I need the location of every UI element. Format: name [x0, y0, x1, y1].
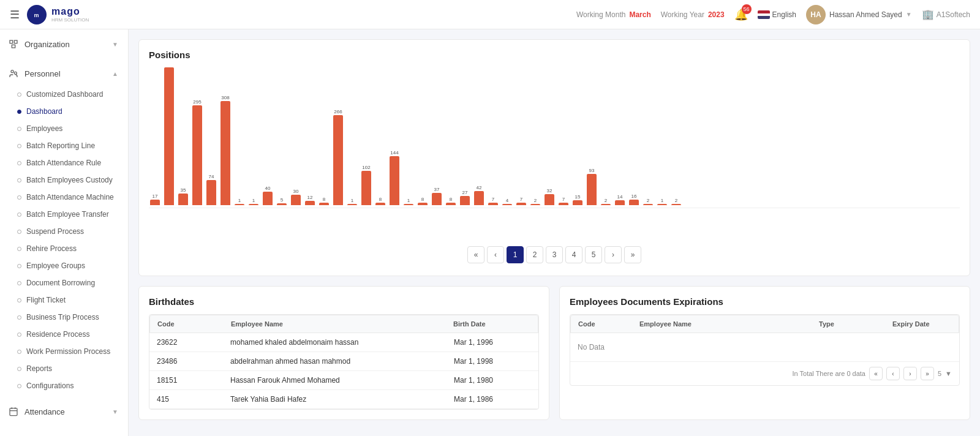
sidebar-item-3[interactable]: Batch Reporting Line [0, 137, 128, 154]
positions-title: Positions [149, 50, 960, 60]
sidebar-item-13[interactable]: Business Trip Process [0, 309, 128, 326]
attendance-icon [7, 405, 20, 418]
sidebar-item-8[interactable]: Suspend Process [0, 223, 128, 240]
chart-labels [149, 208, 960, 233]
bar-value-12: 8 [323, 197, 325, 202]
bar-value-31: 93 [589, 168, 595, 173]
sidebar-item-14[interactable]: Residence Process [0, 326, 128, 343]
sidebar-item-5[interactable]: Batch Employees Custody [0, 171, 128, 189]
bar-label-1 [163, 208, 175, 233]
notification-bell[interactable]: 🔔 56 [734, 8, 748, 21]
sidebar-personnel-header[interactable]: Personnel ▲ [0, 61, 128, 86]
bar-rect-29 [559, 203, 568, 205]
page-2-btn[interactable]: 2 [526, 246, 543, 263]
sidebar-item-15[interactable]: Work Permission Process [0, 343, 128, 360]
positions-chart: 1740735295743081140530128266110281441837… [149, 67, 960, 239]
bar-group-7: 1 [247, 198, 260, 205]
bar-label-4 [205, 208, 217, 233]
bar-value-13: 266 [334, 109, 342, 115]
bar-group-18: 1 [402, 198, 415, 205]
sidebar-dot-10 [17, 264, 21, 268]
docs-prev-btn[interactable]: ‹ [886, 367, 900, 380]
birthdates-table: Code Employee Name Birth Date 23622 moha… [149, 314, 539, 410]
sidebar-attendance-label: Attendance [24, 407, 65, 416]
bar-rect-15 [361, 171, 371, 205]
sidebar-dot-6 [17, 195, 21, 200]
bar-rect-20 [432, 193, 442, 205]
sidebar-item-6[interactable]: Batch Attendance Machine [0, 189, 128, 206]
sidebar-label-17: Configurations [26, 382, 74, 390]
topbar-left: ☰ m mago HRM SOLUTION [10, 5, 89, 24]
sidebar-vacations-header[interactable]: Vacations ▼ [0, 429, 128, 436]
page-4-btn[interactable]: 4 [565, 246, 582, 263]
bar-group-31: 93 [586, 168, 598, 205]
bar-label-27 [529, 208, 541, 233]
language-selector[interactable]: English [758, 10, 796, 19]
main-layout: Organization ▼ Personnel ▲ Customized Da… [0, 29, 980, 436]
birthdate-row-3: 415 Tarek Yahia Badi Hafez Mar 1, 1986 [149, 390, 538, 409]
sidebar-dot-0 [17, 92, 21, 97]
sidebar-item-0[interactable]: Customized Dashboard [0, 86, 128, 103]
sidebar-item-9[interactable]: Rehire Process [0, 240, 128, 257]
bar-rect-2 [178, 194, 188, 205]
page-last-btn[interactable]: » [624, 246, 641, 263]
hamburger-icon[interactable]: ☰ [10, 8, 20, 21]
sidebar-item-16[interactable]: Reports [0, 360, 128, 377]
sidebar-item-10[interactable]: Employee Groups [0, 257, 128, 274]
bar-group-15: 102 [360, 165, 372, 205]
bar-label-12 [318, 208, 330, 233]
sidebar-item-7[interactable]: Batch Employee Transfer [0, 206, 128, 223]
bar-label-5 [219, 208, 232, 233]
sidebar-item-1[interactable]: Dashboard [0, 103, 128, 120]
bar-group-2: 35 [177, 187, 189, 205]
sidebar-org-header[interactable]: Organization ▼ [0, 32, 128, 56]
working-month-label: Working Month [576, 10, 625, 19]
docs-first-btn[interactable]: « [869, 367, 883, 380]
docs-per-page-dropdown-icon[interactable]: ▼ [945, 370, 952, 377]
page-next-btn[interactable]: › [605, 246, 622, 263]
documents-table: Code Employee Name Type Expiry Date No D… [570, 314, 960, 386]
page-first-btn[interactable]: « [467, 246, 484, 263]
page-3-btn[interactable]: 3 [546, 246, 563, 263]
sidebar-attendance-header[interactable]: Attendance ▼ [0, 399, 128, 424]
sidebar-item-17[interactable]: Configurations [0, 377, 128, 394]
logo-sub: HRM SOLUTION [51, 17, 89, 23]
sidebar-label-0: Customized Dashboard [26, 90, 103, 99]
sidebar-item-2[interactable]: Employees [0, 120, 128, 137]
sidebar-label-7: Batch Employee Transfer [26, 210, 109, 219]
bar-group-16: 8 [374, 197, 386, 205]
docs-col-type: Type [812, 315, 885, 333]
page-5-btn[interactable]: 5 [585, 246, 602, 263]
sidebar-item-12[interactable]: Flight Ticket [0, 291, 128, 309]
sidebar-label-1: Dashboard [26, 107, 62, 116]
docs-last-btn[interactable]: » [921, 367, 934, 380]
sidebar-label-4: Batch Attendance Rule [26, 159, 101, 167]
bar-value-7: 1 [252, 198, 255, 203]
bar-value-32: 2 [605, 198, 607, 203]
bar-label-3 [191, 208, 203, 233]
sidebar-section-organization: Organization ▼ [0, 29, 128, 59]
bar-group-1: 407 [163, 67, 175, 205]
sidebar-item-4[interactable]: Batch Attendance Rule [0, 154, 128, 171]
bar-label-6 [233, 208, 246, 233]
sidebar-item-11[interactable]: Document Borrowing [0, 274, 128, 291]
user-menu[interactable]: HA Hassan Ahmed Sayed ▼ [806, 5, 912, 24]
bar-group-28: 32 [543, 188, 556, 205]
bar-group-32: 2 [600, 198, 612, 205]
sidebar-org-label: Organization [24, 40, 70, 49]
page-prev-btn[interactable]: ‹ [487, 246, 504, 263]
bar-label-2 [177, 208, 189, 233]
docs-next-btn[interactable]: › [903, 367, 917, 380]
bar-label-33 [614, 208, 626, 233]
bar-rect-30 [573, 200, 582, 205]
page-1-btn[interactable]: 1 [507, 246, 524, 263]
bar-value-16: 8 [379, 197, 382, 202]
notification-count: 56 [742, 4, 752, 14]
sidebar-section-vacations: Vacations ▼ [0, 426, 128, 436]
bar-group-20: 37 [431, 187, 443, 205]
bar-value-18: 1 [407, 198, 410, 203]
birthdate-row-0: 23622 mohamed khaled abdelmonaim hassan … [149, 333, 538, 352]
bar-rect-33 [615, 200, 625, 205]
bar-rect-4 [206, 180, 216, 205]
org-icon [7, 38, 20, 50]
